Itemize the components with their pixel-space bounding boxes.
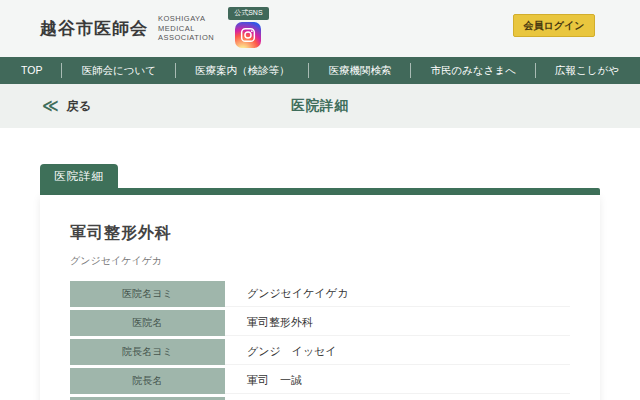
- sns-badge: 公式SNS: [228, 7, 268, 20]
- nav-item-medical-info[interactable]: 医療案内（検診等）: [175, 63, 309, 78]
- table-row: 医院名 軍司整形外科: [70, 310, 570, 336]
- row-label-director-name: 院長名: [70, 368, 225, 394]
- section-tab-clinic-detail: 医院詳細: [40, 164, 118, 188]
- subheader-bar: ≪ 戻る 医院詳細: [0, 84, 640, 128]
- logo-text-english: KOSHIGAYA MEDICAL ASSOCIATION: [158, 14, 214, 43]
- table-row: 院長名 軍司 一誠: [70, 368, 570, 394]
- back-link[interactable]: ≪ 戻る: [42, 98, 91, 115]
- clinic-name: 軍司整形外科: [70, 223, 570, 244]
- member-login-button[interactable]: 会員ログイン: [513, 14, 595, 37]
- logo-en-line2: MEDICAL: [158, 24, 214, 34]
- main-content: 医院詳細 軍司整形外科 グンジセイケイゲカ 医院名ヨミ グンジセイケイゲカ 医院…: [0, 128, 640, 400]
- instagram-icon[interactable]: [235, 22, 261, 48]
- global-nav: TOP 医師会について 医療案内（検診等） 医療機関検索 市民のみなさまへ 広報…: [0, 57, 640, 84]
- clinic-detail-card: 軍司整形外科 グンジセイケイゲカ 医院名ヨミ グンジセイケイゲカ 医院名 軍司整…: [40, 195, 600, 400]
- nav-item-institution-search[interactable]: 医療機関検索: [308, 63, 410, 78]
- row-label-director-name-kana: 院長名ヨミ: [70, 339, 225, 365]
- nav-item-for-citizens[interactable]: 市民のみなさまへ: [410, 63, 534, 78]
- row-value-director-name: 軍司 一誠: [225, 368, 570, 394]
- back-chevron-icon: ≪: [42, 98, 59, 114]
- row-value-director-name-kana: グンジ イッセイ: [225, 339, 570, 365]
- logo-text-japanese: 越谷市医師会: [40, 17, 148, 40]
- nav-item-pr-koshigaya[interactable]: 広報こしがや: [535, 63, 638, 78]
- clinic-detail-table: 医院名ヨミ グンジセイケイゲカ 医院名 軍司整形外科 院長名ヨミ グンジ イッセ…: [70, 281, 570, 400]
- table-row: 院長名ヨミ グンジ イッセイ: [70, 339, 570, 365]
- site-logo[interactable]: 越谷市医師会 KOSHIGAYA MEDICAL ASSOCIATION: [40, 14, 214, 43]
- clinic-name-kana: グンジセイケイゲカ: [70, 254, 570, 268]
- nav-item-about[interactable]: 医師会について: [61, 63, 174, 78]
- logo-en-line1: KOSHIGAYA: [158, 14, 214, 24]
- page-title: 医院詳細: [291, 97, 349, 115]
- back-label: 戻る: [67, 98, 91, 115]
- logo-en-line3: ASSOCIATION: [158, 33, 214, 43]
- row-label-clinic-name-kana: 医院名ヨミ: [70, 281, 225, 307]
- section-divider-bar: [40, 188, 600, 195]
- row-label-clinic-name: 医院名: [70, 310, 225, 336]
- site-header: 越谷市医師会 KOSHIGAYA MEDICAL ASSOCIATION 公式S…: [0, 0, 640, 57]
- official-sns-block: 公式SNS: [228, 7, 268, 48]
- row-value-clinic-name: 軍司整形外科: [225, 310, 570, 336]
- table-row: 医院名ヨミ グンジセイケイゲカ: [70, 281, 570, 307]
- row-value-clinic-name-kana: グンジセイケイゲカ: [225, 281, 570, 307]
- nav-item-top[interactable]: TOP: [2, 63, 61, 78]
